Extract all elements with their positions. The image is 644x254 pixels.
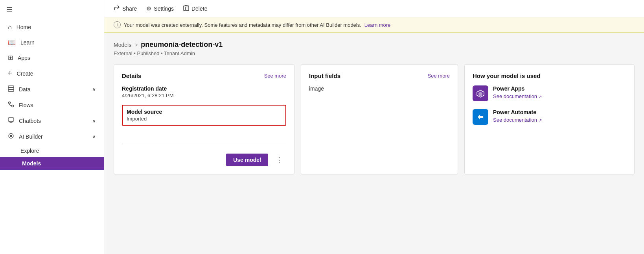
apps-icon: ⊞ xyxy=(8,54,13,61)
main-content: Share ⚙ Settings Delete i Your model was… xyxy=(104,0,644,254)
learn-icon: 📖 xyxy=(8,39,16,46)
ai-builder-icon xyxy=(8,133,14,141)
share-button[interactable]: Share xyxy=(114,5,137,12)
external-link-icon-power-apps: ↗ xyxy=(539,95,542,99)
input-fields-card: Input fields See more image xyxy=(301,64,458,174)
sidebar-header: ☰ xyxy=(0,0,104,20)
banner-text: Your model was created externally. Some … xyxy=(124,22,361,28)
model-source-value: Imported xyxy=(127,116,282,122)
usage-card-header: How your model is used xyxy=(473,72,626,79)
power-apps-doc-link[interactable]: See documentation ↗ xyxy=(493,93,542,99)
power-automate-icon-box xyxy=(473,109,488,125)
sidebar-label-apps: Apps xyxy=(18,55,96,61)
registration-date-label: Registration date xyxy=(122,85,286,92)
svg-rect-1 xyxy=(8,88,14,89)
sidebar-item-learn[interactable]: 📖 Learn xyxy=(0,35,104,50)
sidebar-label-create: Create xyxy=(17,70,96,77)
sidebar-label-ai-builder: AI Builder xyxy=(19,133,88,140)
usage-item-power-automate: Power Automate See documentation ↗ xyxy=(473,109,626,125)
sidebar-item-chatbots[interactable]: Chatbots ∨ xyxy=(0,113,104,129)
sidebar-label-home: Home xyxy=(17,24,96,30)
power-automate-doc-link[interactable]: See documentation ↗ xyxy=(493,117,542,123)
sidebar-nav: ⌂ Home 📖 Learn ⊞ Apps + Create Data ∨ Fl… xyxy=(0,20,104,254)
registration-date-value: 4/26/2021, 6:28:21 PM xyxy=(122,93,286,98)
power-apps-icon-box xyxy=(473,85,488,101)
breadcrumb-separator: > xyxy=(134,42,138,48)
toolbar: Share ⚙ Settings Delete xyxy=(104,0,644,17)
power-automate-name: Power Automate xyxy=(493,109,542,115)
input-field-image: image xyxy=(309,85,450,92)
delete-icon xyxy=(183,5,189,12)
sidebar-label-learn: Learn xyxy=(20,39,96,46)
data-icon xyxy=(8,85,14,93)
details-see-more[interactable]: See more xyxy=(264,73,286,79)
usage-card: How your model is used Power Apps See do… xyxy=(464,64,635,174)
power-apps-usage-text: Power Apps See documentation ↗ xyxy=(493,85,542,100)
input-fields-title: Input fields xyxy=(309,72,340,79)
usage-item-power-apps: Power Apps See documentation ↗ xyxy=(473,85,626,101)
details-card-header: Details See more xyxy=(122,72,286,79)
svg-marker-13 xyxy=(478,92,482,96)
svg-point-7 xyxy=(10,135,12,137)
card-divider xyxy=(122,144,286,144)
svg-point-4 xyxy=(12,105,14,107)
chatbots-icon xyxy=(8,117,14,125)
use-model-button[interactable]: Use model xyxy=(226,154,268,166)
sidebar-item-apps[interactable]: ⊞ Apps xyxy=(0,50,104,65)
ellipsis-button[interactable]: ⋮ xyxy=(272,154,286,166)
data-chevron-icon: ∨ xyxy=(92,87,96,92)
sidebar-item-models[interactable]: Models xyxy=(0,157,104,170)
hamburger-menu-icon[interactable]: ☰ xyxy=(6,6,13,14)
ai-builder-chevron-icon: ∧ xyxy=(92,134,96,139)
share-icon xyxy=(114,5,120,12)
sidebar-label-chatbots: Chatbots xyxy=(19,118,88,124)
info-banner: i Your model was created externally. Som… xyxy=(104,17,644,33)
card-footer: Use model ⋮ xyxy=(122,150,286,166)
sidebar-item-flows[interactable]: Flows xyxy=(0,97,104,113)
svg-point-3 xyxy=(9,102,11,104)
model-source-label: Model source xyxy=(127,109,282,115)
details-card: Details See more Registration date 4/26/… xyxy=(114,64,294,174)
power-apps-name: Power Apps xyxy=(493,85,542,92)
svg-rect-5 xyxy=(8,118,14,121)
input-fields-see-more[interactable]: See more xyxy=(428,73,450,79)
sidebar-item-home[interactable]: ⌂ Home xyxy=(0,20,104,35)
breadcrumb-models[interactable]: Models xyxy=(114,42,131,48)
svg-rect-2 xyxy=(8,90,14,91)
flows-icon xyxy=(8,101,14,109)
chatbots-chevron-icon: ∨ xyxy=(92,118,96,124)
settings-button[interactable]: ⚙ Settings xyxy=(146,5,174,12)
sidebar-label-flows: Flows xyxy=(19,102,96,108)
settings-icon: ⚙ xyxy=(146,5,151,12)
cards-row: Details See more Registration date 4/26/… xyxy=(114,64,635,174)
banner-learn-more-link[interactable]: Learn more xyxy=(364,22,390,28)
share-label: Share xyxy=(122,6,137,12)
sidebar-label-data: Data xyxy=(19,86,88,93)
sidebar-item-explore[interactable]: Explore xyxy=(0,145,104,157)
input-fields-card-header: Input fields See more xyxy=(309,72,450,79)
page-subtitle: External • Published • Tenant Admin xyxy=(114,50,635,56)
create-icon: + xyxy=(8,69,12,78)
sidebar: ☰ ⌂ Home 📖 Learn ⊞ Apps + Create Data ∨ xyxy=(0,0,104,254)
model-source-highlighted: Model source Imported xyxy=(122,105,286,126)
settings-label: Settings xyxy=(154,6,174,12)
page-body: Models > pneumonia-detection-v1 External… xyxy=(104,33,644,254)
info-icon: i xyxy=(114,21,121,28)
svg-rect-0 xyxy=(8,86,14,87)
external-link-icon-power-automate: ↗ xyxy=(539,118,542,122)
details-card-title: Details xyxy=(122,72,141,79)
breadcrumb: Models > pneumonia-detection-v1 xyxy=(114,41,635,49)
usage-card-title: How your model is used xyxy=(473,72,541,79)
sidebar-item-data[interactable]: Data ∨ xyxy=(0,82,104,97)
power-automate-usage-text: Power Automate See documentation ↗ xyxy=(493,109,542,123)
delete-label: Delete xyxy=(191,6,207,12)
home-icon: ⌂ xyxy=(8,24,12,31)
sidebar-item-create[interactable]: + Create xyxy=(0,65,104,82)
sidebar-item-ai-builder[interactable]: AI Builder ∧ xyxy=(0,129,104,145)
svg-rect-8 xyxy=(184,6,189,11)
delete-button[interactable]: Delete xyxy=(183,5,207,12)
breadcrumb-current: pneumonia-detection-v1 xyxy=(141,41,223,49)
